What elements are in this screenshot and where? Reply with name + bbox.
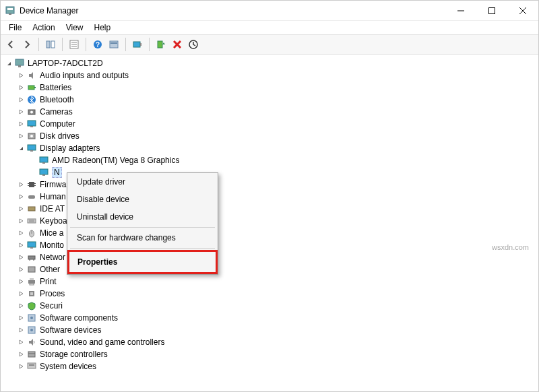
tree-category-label: System devices — [40, 362, 96, 371]
scan-hardware-button[interactable] — [130, 37, 145, 52]
tree-category[interactable]: Software devices — [2, 324, 537, 336]
tree-category[interactable]: Audio inputs and outputs — [2, 69, 537, 81]
tree-category[interactable]: Sound, video and game controllers — [2, 336, 537, 348]
minimize-button[interactable] — [445, 1, 476, 21]
chevron-right-icon[interactable] — [17, 108, 25, 116]
chevron-right-icon[interactable] — [17, 314, 25, 322]
svg-rect-60 — [30, 284, 34, 285]
svg-rect-31 — [30, 126, 33, 127]
app-icon — [5, 5, 15, 16]
svg-text:?: ? — [96, 41, 100, 48]
tree-category[interactable]: System devices — [2, 360, 537, 372]
chevron-right-icon[interactable] — [17, 132, 25, 140]
chevron-right-icon[interactable] — [17, 181, 25, 189]
chevron-right-icon[interactable] — [17, 290, 25, 298]
tree-category[interactable]: Bluetooth — [2, 94, 537, 106]
context-scan-hardware[interactable]: Scan for hardware changes — [67, 229, 218, 247]
help-button[interactable]: ? — [90, 37, 105, 52]
chevron-right-icon[interactable] — [17, 217, 25, 225]
svg-rect-18 — [140, 43, 141, 46]
chevron-right-icon[interactable] — [17, 277, 25, 286]
storage-icon — [26, 349, 37, 360]
device-tree[interactable]: LAPTOP-7ADCLT2D Audio inputs and outputs… — [1, 55, 538, 391]
tree-category[interactable]: Software components — [2, 312, 537, 324]
tree-category-label: Other — [40, 265, 60, 274]
chevron-right-icon[interactable] — [17, 253, 25, 261]
properties-button[interactable] — [67, 37, 82, 52]
tree-category[interactable]: Proces — [2, 288, 537, 300]
toolbar-separator — [86, 38, 86, 51]
chevron-right-icon[interactable] — [17, 350, 25, 358]
tree-category-label: Storage controllers — [40, 350, 108, 359]
svg-rect-59 — [30, 278, 34, 280]
tree-category[interactable]: Disk drives — [2, 130, 537, 142]
maximize-button[interactable] — [476, 1, 507, 21]
menu-help[interactable]: Help — [90, 22, 115, 34]
chevron-right-icon[interactable] — [17, 302, 25, 310]
svg-rect-70 — [29, 364, 34, 366]
tree-root-label: LAPTOP-7ADCLT2D — [28, 59, 103, 68]
chevron-right-icon[interactable] — [17, 193, 25, 201]
tree-category[interactable]: Display adapters — [2, 142, 537, 154]
toolbar-separator — [38, 38, 39, 51]
chevron-down-icon[interactable] — [5, 59, 13, 67]
tree-category[interactable]: Computer — [2, 118, 537, 130]
device-manager-window: Device Manager File Action View Help ? — [0, 0, 539, 392]
back-button[interactable] — [3, 37, 18, 52]
forward-button[interactable] — [20, 37, 34, 52]
context-uninstall-device[interactable]: Uninstall device — [67, 208, 218, 226]
chevron-right-icon[interactable] — [17, 84, 25, 92]
menu-view[interactable]: View — [62, 22, 88, 34]
chevron-right-icon[interactable] — [17, 362, 25, 370]
tree-category-label: Software devices — [40, 325, 101, 335]
tree-category[interactable]: Securi — [2, 300, 537, 312]
context-disable-device[interactable]: Disable device — [67, 191, 218, 208]
chevron-right-icon[interactable] — [17, 265, 25, 273]
sound-icon — [26, 337, 37, 348]
tree-category-label: Sound, video and game controllers — [40, 337, 164, 347]
close-button[interactable] — [507, 1, 538, 21]
svg-rect-4 — [489, 7, 495, 13]
uninstall-button[interactable] — [170, 37, 185, 52]
computer-icon — [14, 58, 25, 69]
toolbar: ? — [1, 34, 538, 55]
svg-rect-36 — [40, 157, 48, 162]
tree-category[interactable]: Batteries — [2, 81, 537, 94]
chevron-right-icon[interactable] — [17, 229, 25, 237]
svg-rect-37 — [42, 162, 45, 164]
tree-category-label: Proces — [40, 289, 65, 298]
update-driver-button[interactable] — [154, 37, 168, 52]
context-menu: Update driver Disable device Uninstall d… — [67, 172, 218, 275]
tree-category-label: Mice a — [40, 228, 63, 238]
chevron-right-icon[interactable] — [17, 326, 25, 334]
context-separator — [70, 227, 215, 228]
chevron-right-icon[interactable] — [17, 120, 25, 128]
chevron-down-icon[interactable] — [17, 144, 25, 152]
show-hide-console-button[interactable] — [43, 37, 58, 52]
install-legacy-button[interactable] — [186, 37, 201, 52]
context-update-driver[interactable]: Update driver — [67, 173, 218, 191]
action-button[interactable] — [106, 37, 121, 52]
chevron-right-icon[interactable] — [17, 338, 25, 346]
chevron-right-icon[interactable] — [17, 241, 25, 249]
chevron-right-icon[interactable] — [17, 71, 25, 79]
svg-rect-42 — [28, 185, 29, 186]
menu-action[interactable]: Action — [28, 22, 59, 34]
keyboard-icon — [26, 216, 37, 226]
chevron-right-icon[interactable] — [17, 205, 25, 213]
context-properties[interactable]: Properties — [67, 250, 218, 274]
svg-rect-8 — [51, 41, 55, 48]
display-icon — [26, 143, 37, 154]
tree-category-label: Keyboa — [40, 216, 67, 226]
menu-file[interactable]: File — [5, 22, 26, 34]
tree-root[interactable]: LAPTOP-7ADCLT2D — [2, 57, 537, 69]
tree-category-label: Bluetooth — [40, 95, 74, 104]
watermark: wsxdn.com — [492, 243, 529, 251]
disk-icon — [26, 131, 37, 141]
tree-category[interactable]: Print — [2, 275, 537, 288]
chevron-right-icon[interactable] — [17, 96, 25, 104]
tree-category[interactable]: Cameras — [2, 106, 537, 118]
tree-category-label: Human — [40, 192, 66, 201]
tree-device[interactable]: AMD Radeon(TM) Vega 8 Graphics — [2, 154, 537, 166]
tree-category[interactable]: Storage controllers — [2, 348, 537, 360]
